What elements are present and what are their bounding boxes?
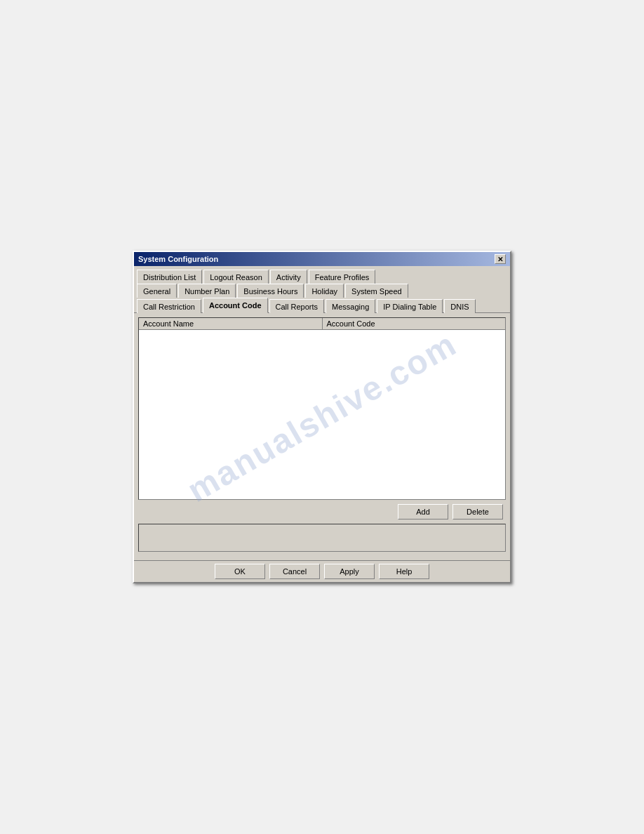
account-table[interactable]: Account Name Account Code [138,317,506,500]
table-body[interactable] [139,330,505,491]
title-bar: System Configuration ✕ [134,252,510,266]
title-bar-controls: ✕ [495,254,506,264]
tabs-row1: Distribution List Logout Reason Activity… [137,269,507,283]
tab-business-hours[interactable]: Business Hours [237,284,304,298]
tabs-row1-container: Distribution List Logout Reason Activity… [134,266,510,312]
tab-account-code[interactable]: Account Code [203,298,268,313]
tab-messaging[interactable]: Messaging [326,299,375,313]
ok-button[interactable]: OK [215,564,265,579]
column-account-code: Account Code [323,318,506,329]
tab-general[interactable]: General [137,284,177,298]
tab-feature-profiles[interactable]: Feature Profiles [309,270,376,284]
tabs-row3: Call Restriction Account Code Call Repor… [137,297,507,312]
footer-buttons: OK Cancel Apply Help [134,560,510,582]
tab-system-speed[interactable]: System Speed [345,284,408,298]
tab-call-restriction[interactable]: Call Restriction [137,299,201,313]
delete-button[interactable]: Delete [452,504,503,519]
tab-holiday[interactable]: Holiday [305,284,344,298]
column-account-name: Account Name [139,318,323,329]
tab-activity[interactable]: Activity [270,270,307,284]
tabs-row2: General Number Plan Business Hours Holid… [137,283,507,297]
add-button[interactable]: Add [398,504,448,519]
tab-number-plan[interactable]: Number Plan [178,284,236,298]
cancel-button[interactable]: Cancel [269,564,320,579]
content-area: Account Name Account Code Add Delete [134,312,510,560]
overlay: manualshive.com System Configuration ✕ D… [0,0,644,834]
tab-call-reports[interactable]: Call Reports [269,299,325,313]
apply-button[interactable]: Apply [324,564,375,579]
dialog-window: System Configuration ✕ Distribution List… [133,251,511,583]
tab-dnis[interactable]: DNIS [444,299,475,313]
table-header: Account Name Account Code [139,318,505,330]
close-button[interactable]: ✕ [495,254,506,264]
tab-ip-dialing-table[interactable]: IP Dialing Table [377,299,443,313]
tab-logout-reason[interactable]: Logout Reason [203,270,269,284]
help-button[interactable]: Help [379,564,429,579]
tab-distribution-list[interactable]: Distribution List [137,270,202,284]
add-delete-buttons: Add Delete [138,500,506,524]
bottom-gray-section [138,524,506,552]
dialog-title: System Configuration [138,255,218,263]
